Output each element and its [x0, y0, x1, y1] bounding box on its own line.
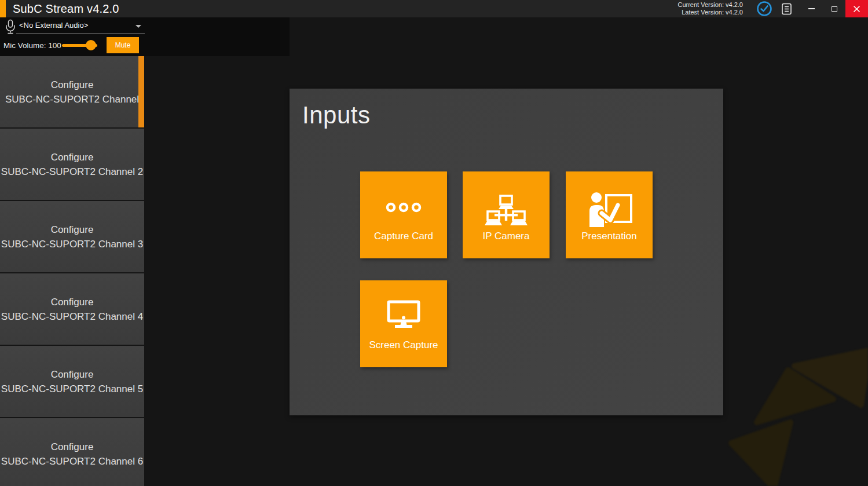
- screen-capture-tile[interactable]: Screen Capture: [360, 280, 447, 367]
- sidebar-item-channel-5[interactable]: Configure SUBC-NC-SUPORT2 Channel 5: [0, 346, 144, 417]
- minimize-icon: [808, 8, 815, 9]
- presentation-icon: [585, 191, 633, 227]
- presentation-tile[interactable]: Presentation: [566, 171, 653, 258]
- maximize-icon: [832, 6, 837, 12]
- app-window: SubC Stream v4.2.0 Current Version: v4.2…: [0, 0, 868, 486]
- audio-controls: <No External Audio> Mic Volume: 100 Mute: [0, 17, 290, 56]
- tile-label: Screen Capture: [360, 339, 447, 351]
- configure-label: Configure: [51, 222, 94, 237]
- capture-card-icon: [385, 202, 422, 213]
- sidebar-item-channel-4[interactable]: Configure SUBC-NC-SUPORT2 Channel 4: [0, 273, 144, 345]
- inputs-panel: Inputs Capture Card IP Camera: [290, 89, 723, 415]
- chevron-down-icon: [135, 25, 141, 28]
- audio-device-select[interactable]: <No External Audio>: [19, 21, 145, 34]
- close-button[interactable]: [845, 0, 868, 17]
- ip-camera-icon: [483, 195, 529, 228]
- minimize-button[interactable]: [801, 0, 821, 17]
- screen-capture-icon: [387, 300, 420, 330]
- capture-card-tile[interactable]: Capture Card: [360, 171, 447, 258]
- mute-button[interactable]: Mute: [107, 37, 139, 53]
- subc-aperture-logo: [723, 334, 868, 486]
- select-underline: [16, 34, 145, 34]
- release-notes-icon[interactable]: [781, 3, 793, 15]
- tile-label: IP Camera: [463, 231, 550, 242]
- channel-name: SUBC-NC-SUPORT2 Channel 3: [1, 237, 143, 251]
- sidebar-item-channel-2[interactable]: Configure SUBC-NC-SUPORT2 Channel 2: [0, 129, 144, 200]
- configure-label: Configure: [51, 295, 94, 309]
- ip-camera-tile[interactable]: IP Camera: [463, 171, 550, 258]
- mic-volume-slider-handle[interactable]: [86, 40, 96, 50]
- sidebar-item-channel-6[interactable]: Configure SUBC-NC-SUPORT2 Channel 6: [0, 418, 144, 486]
- channel-name: SUBC-NC-SUPORT2 Channel: [5, 92, 139, 107]
- configure-label: Configure: [51, 367, 94, 382]
- titlebar: SubC Stream v4.2.0 Current Version: v4.2…: [0, 0, 868, 17]
- channel-name: SUBC-NC-SUPORT2 Channel 5: [1, 382, 143, 396]
- tile-label: Presentation: [566, 231, 653, 242]
- latest-version-text: Latest Version: v4.2.0: [677, 9, 743, 16]
- page-title: Inputs: [302, 101, 370, 129]
- configure-label: Configure: [51, 150, 94, 165]
- mic-volume-label: Mic Volume: 100: [3, 41, 61, 50]
- app-title: SubC Stream v4.2.0: [13, 0, 119, 17]
- channel-sidebar: Configure SUBC-NC-SUPORT2 Channel Config…: [0, 56, 144, 486]
- tile-label: Capture Card: [360, 231, 447, 242]
- configure-label: Configure: [51, 78, 94, 92]
- selected-indicator: [138, 56, 144, 127]
- configure-label: Configure: [51, 440, 94, 454]
- update-ok-icon[interactable]: [756, 1, 772, 17]
- current-version-text: Current Version: v4.2.0: [677, 1, 743, 9]
- sidebar-item-channel-3[interactable]: Configure SUBC-NC-SUPORT2 Channel 3: [0, 201, 144, 272]
- audio-device-select-value: <No External Audio>: [19, 21, 88, 30]
- microphone-icon: [5, 19, 16, 34]
- sidebar-item-channel-1[interactable]: Configure SUBC-NC-SUPORT2 Channel: [0, 56, 144, 127]
- channel-name: SUBC-NC-SUPORT2 Channel 4: [1, 309, 143, 324]
- close-icon: [854, 6, 860, 12]
- version-info: Current Version: v4.2.0 Latest Version: …: [677, 1, 743, 16]
- maximize-button[interactable]: [825, 0, 844, 17]
- channel-name: SUBC-NC-SUPORT2 Channel 6: [1, 454, 143, 469]
- channel-name: SUBC-NC-SUPORT2 Channel 2: [1, 165, 143, 179]
- titlebar-accent-stripe: [0, 0, 6, 17]
